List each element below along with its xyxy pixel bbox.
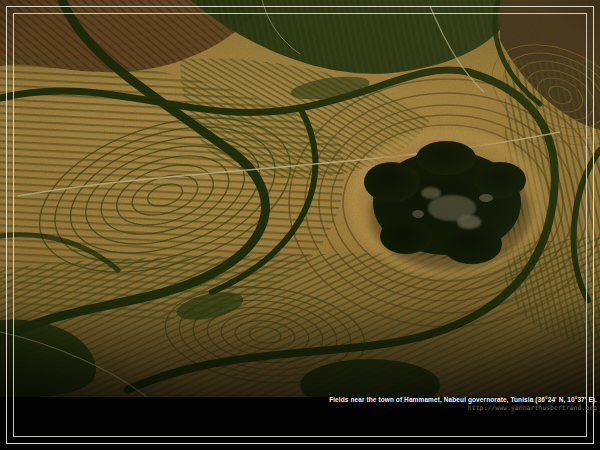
caption-credit-url: http://www.yannarthusbertrand.org (329, 404, 597, 412)
caption-title: Fields near the town of Hammamet, Nabeul… (329, 396, 597, 404)
wallpaper-canvas: Fields near the town of Hammamet, Nabeul… (0, 0, 600, 450)
aerial-photo (0, 0, 600, 398)
photo-caption: Fields near the town of Hammamet, Nabeul… (329, 396, 597, 412)
